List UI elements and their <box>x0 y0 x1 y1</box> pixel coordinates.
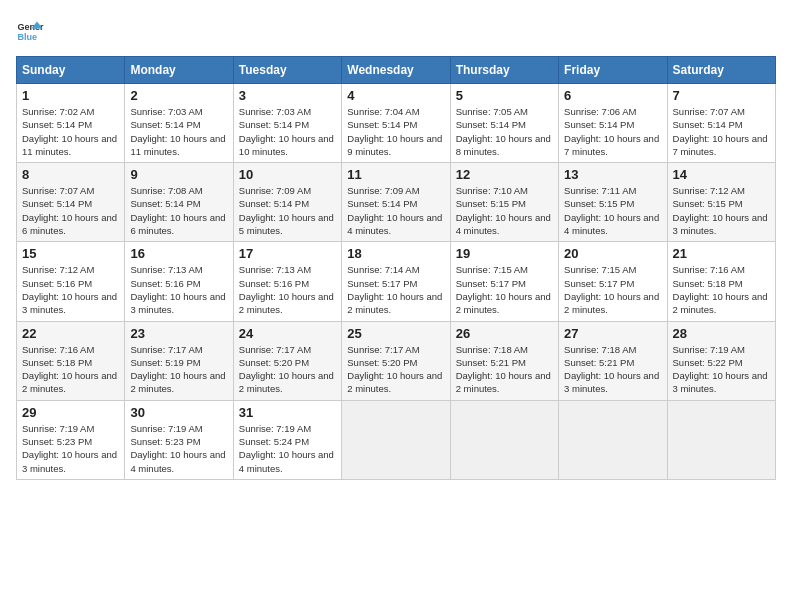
calendar-cell: 5 Sunrise: 7:05 AM Sunset: 5:14 PM Dayli… <box>450 84 558 163</box>
day-number: 11 <box>347 167 444 182</box>
day-info: Sunrise: 7:02 AM Sunset: 5:14 PM Dayligh… <box>22 105 119 158</box>
calendar-cell: 2 Sunrise: 7:03 AM Sunset: 5:14 PM Dayli… <box>125 84 233 163</box>
calendar-table: SundayMondayTuesdayWednesdayThursdayFrid… <box>16 56 776 480</box>
calendar-week-row: 8 Sunrise: 7:07 AM Sunset: 5:14 PM Dayli… <box>17 163 776 242</box>
day-info: Sunrise: 7:16 AM Sunset: 5:18 PM Dayligh… <box>673 263 770 316</box>
day-number: 22 <box>22 326 119 341</box>
day-number: 20 <box>564 246 661 261</box>
day-header: Wednesday <box>342 57 450 84</box>
day-number: 3 <box>239 88 336 103</box>
calendar-cell <box>450 400 558 479</box>
calendar-cell: 22 Sunrise: 7:16 AM Sunset: 5:18 PM Dayl… <box>17 321 125 400</box>
calendar-cell: 4 Sunrise: 7:04 AM Sunset: 5:14 PM Dayli… <box>342 84 450 163</box>
day-number: 8 <box>22 167 119 182</box>
day-header: Thursday <box>450 57 558 84</box>
day-info: Sunrise: 7:03 AM Sunset: 5:14 PM Dayligh… <box>130 105 227 158</box>
day-info: Sunrise: 7:07 AM Sunset: 5:14 PM Dayligh… <box>22 184 119 237</box>
day-number: 27 <box>564 326 661 341</box>
day-number: 6 <box>564 88 661 103</box>
calendar-cell: 29 Sunrise: 7:19 AM Sunset: 5:23 PM Dayl… <box>17 400 125 479</box>
day-info: Sunrise: 7:15 AM Sunset: 5:17 PM Dayligh… <box>456 263 553 316</box>
calendar-cell: 17 Sunrise: 7:13 AM Sunset: 5:16 PM Dayl… <box>233 242 341 321</box>
calendar-week-row: 29 Sunrise: 7:19 AM Sunset: 5:23 PM Dayl… <box>17 400 776 479</box>
calendar-cell: 27 Sunrise: 7:18 AM Sunset: 5:21 PM Dayl… <box>559 321 667 400</box>
day-info: Sunrise: 7:09 AM Sunset: 5:14 PM Dayligh… <box>239 184 336 237</box>
day-number: 13 <box>564 167 661 182</box>
day-info: Sunrise: 7:17 AM Sunset: 5:20 PM Dayligh… <box>239 343 336 396</box>
day-header: Monday <box>125 57 233 84</box>
calendar-cell: 20 Sunrise: 7:15 AM Sunset: 5:17 PM Dayl… <box>559 242 667 321</box>
day-info: Sunrise: 7:19 AM Sunset: 5:24 PM Dayligh… <box>239 422 336 475</box>
calendar-week-row: 15 Sunrise: 7:12 AM Sunset: 5:16 PM Dayl… <box>17 242 776 321</box>
day-number: 29 <box>22 405 119 420</box>
calendar-cell: 3 Sunrise: 7:03 AM Sunset: 5:14 PM Dayli… <box>233 84 341 163</box>
calendar-cell: 23 Sunrise: 7:17 AM Sunset: 5:19 PM Dayl… <box>125 321 233 400</box>
day-header: Saturday <box>667 57 775 84</box>
calendar-cell <box>667 400 775 479</box>
calendar-week-row: 22 Sunrise: 7:16 AM Sunset: 5:18 PM Dayl… <box>17 321 776 400</box>
day-number: 21 <box>673 246 770 261</box>
calendar-cell: 12 Sunrise: 7:10 AM Sunset: 5:15 PM Dayl… <box>450 163 558 242</box>
day-header: Sunday <box>17 57 125 84</box>
day-info: Sunrise: 7:09 AM Sunset: 5:14 PM Dayligh… <box>347 184 444 237</box>
day-info: Sunrise: 7:16 AM Sunset: 5:18 PM Dayligh… <box>22 343 119 396</box>
calendar-cell: 18 Sunrise: 7:14 AM Sunset: 5:17 PM Dayl… <box>342 242 450 321</box>
day-info: Sunrise: 7:06 AM Sunset: 5:14 PM Dayligh… <box>564 105 661 158</box>
day-info: Sunrise: 7:11 AM Sunset: 5:15 PM Dayligh… <box>564 184 661 237</box>
day-number: 28 <box>673 326 770 341</box>
calendar-cell: 21 Sunrise: 7:16 AM Sunset: 5:18 PM Dayl… <box>667 242 775 321</box>
day-number: 15 <box>22 246 119 261</box>
calendar-cell: 6 Sunrise: 7:06 AM Sunset: 5:14 PM Dayli… <box>559 84 667 163</box>
day-number: 26 <box>456 326 553 341</box>
calendar-cell: 8 Sunrise: 7:07 AM Sunset: 5:14 PM Dayli… <box>17 163 125 242</box>
day-number: 4 <box>347 88 444 103</box>
day-number: 25 <box>347 326 444 341</box>
day-number: 10 <box>239 167 336 182</box>
day-info: Sunrise: 7:15 AM Sunset: 5:17 PM Dayligh… <box>564 263 661 316</box>
day-info: Sunrise: 7:19 AM Sunset: 5:23 PM Dayligh… <box>22 422 119 475</box>
header: General Blue <box>16 16 776 44</box>
day-number: 18 <box>347 246 444 261</box>
calendar-cell: 16 Sunrise: 7:13 AM Sunset: 5:16 PM Dayl… <box>125 242 233 321</box>
day-info: Sunrise: 7:10 AM Sunset: 5:15 PM Dayligh… <box>456 184 553 237</box>
calendar-cell: 9 Sunrise: 7:08 AM Sunset: 5:14 PM Dayli… <box>125 163 233 242</box>
calendar-cell: 10 Sunrise: 7:09 AM Sunset: 5:14 PM Dayl… <box>233 163 341 242</box>
day-number: 12 <box>456 167 553 182</box>
day-info: Sunrise: 7:12 AM Sunset: 5:16 PM Dayligh… <box>22 263 119 316</box>
day-info: Sunrise: 7:18 AM Sunset: 5:21 PM Dayligh… <box>564 343 661 396</box>
day-header: Tuesday <box>233 57 341 84</box>
logo-icon: General Blue <box>16 16 44 44</box>
day-number: 1 <box>22 88 119 103</box>
day-info: Sunrise: 7:08 AM Sunset: 5:14 PM Dayligh… <box>130 184 227 237</box>
svg-text:Blue: Blue <box>17 32 37 42</box>
day-number: 14 <box>673 167 770 182</box>
logo: General Blue <box>16 16 44 44</box>
calendar-header-row: SundayMondayTuesdayWednesdayThursdayFrid… <box>17 57 776 84</box>
day-info: Sunrise: 7:14 AM Sunset: 5:17 PM Dayligh… <box>347 263 444 316</box>
day-number: 5 <box>456 88 553 103</box>
calendar-cell: 28 Sunrise: 7:19 AM Sunset: 5:22 PM Dayl… <box>667 321 775 400</box>
day-info: Sunrise: 7:13 AM Sunset: 5:16 PM Dayligh… <box>130 263 227 316</box>
day-info: Sunrise: 7:13 AM Sunset: 5:16 PM Dayligh… <box>239 263 336 316</box>
calendar-cell: 26 Sunrise: 7:18 AM Sunset: 5:21 PM Dayl… <box>450 321 558 400</box>
day-number: 31 <box>239 405 336 420</box>
calendar-cell: 19 Sunrise: 7:15 AM Sunset: 5:17 PM Dayl… <box>450 242 558 321</box>
calendar-cell: 14 Sunrise: 7:12 AM Sunset: 5:15 PM Dayl… <box>667 163 775 242</box>
day-info: Sunrise: 7:19 AM Sunset: 5:23 PM Dayligh… <box>130 422 227 475</box>
calendar-cell: 11 Sunrise: 7:09 AM Sunset: 5:14 PM Dayl… <box>342 163 450 242</box>
day-info: Sunrise: 7:19 AM Sunset: 5:22 PM Dayligh… <box>673 343 770 396</box>
calendar-cell: 7 Sunrise: 7:07 AM Sunset: 5:14 PM Dayli… <box>667 84 775 163</box>
calendar-body: 1 Sunrise: 7:02 AM Sunset: 5:14 PM Dayli… <box>17 84 776 480</box>
day-info: Sunrise: 7:05 AM Sunset: 5:14 PM Dayligh… <box>456 105 553 158</box>
calendar-cell <box>559 400 667 479</box>
day-number: 2 <box>130 88 227 103</box>
calendar-cell <box>342 400 450 479</box>
day-number: 19 <box>456 246 553 261</box>
day-info: Sunrise: 7:17 AM Sunset: 5:20 PM Dayligh… <box>347 343 444 396</box>
day-number: 9 <box>130 167 227 182</box>
day-info: Sunrise: 7:18 AM Sunset: 5:21 PM Dayligh… <box>456 343 553 396</box>
calendar-cell: 30 Sunrise: 7:19 AM Sunset: 5:23 PM Dayl… <box>125 400 233 479</box>
calendar-cell: 15 Sunrise: 7:12 AM Sunset: 5:16 PM Dayl… <box>17 242 125 321</box>
day-info: Sunrise: 7:04 AM Sunset: 5:14 PM Dayligh… <box>347 105 444 158</box>
day-header: Friday <box>559 57 667 84</box>
